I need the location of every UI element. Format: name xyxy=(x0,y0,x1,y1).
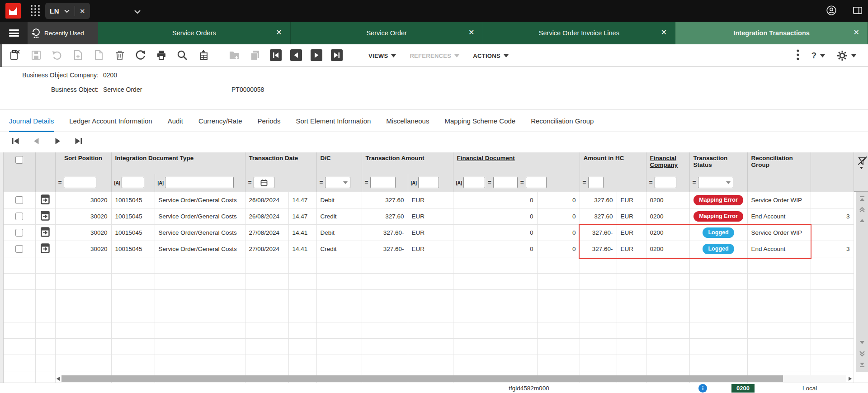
close-tab-icon[interactable]: ✕ xyxy=(854,28,859,37)
cell-doc-type-desc[interactable]: Service Order/General Costs xyxy=(155,192,245,208)
row-select-cell[interactable] xyxy=(4,224,35,241)
cell-currency[interactable]: EUR xyxy=(408,241,453,257)
column-header-dc[interactable]: D/C xyxy=(316,152,362,174)
save-icon[interactable] xyxy=(30,49,42,61)
next-page-icon[interactable] xyxy=(52,136,62,146)
column-header-transaction-date[interactable]: Transaction Date xyxy=(245,152,316,174)
filter-currency-input[interactable] xyxy=(418,177,439,188)
cell-amount[interactable]: 327.60 xyxy=(362,208,408,224)
cell-currency-hc[interactable]: EUR xyxy=(617,224,646,241)
cell-date[interactable]: 27/08/2024 xyxy=(245,224,288,241)
row-checkbox[interactable] xyxy=(15,213,23,220)
filter-findoc-series-input[interactable] xyxy=(463,177,485,188)
cell-dc[interactable]: Credit xyxy=(316,241,362,257)
cell-time[interactable]: 14.41 xyxy=(288,241,316,257)
cell-doc-type-code[interactable]: 10015045 xyxy=(111,241,155,257)
filter-operator[interactable]: = xyxy=(520,179,524,186)
filter-operator[interactable]: = xyxy=(248,179,252,186)
cell-findoc-number[interactable]: 0 xyxy=(537,241,580,257)
filter-operator[interactable]: [A] xyxy=(158,180,164,185)
row-checkbox[interactable] xyxy=(15,245,23,253)
scroll-right-icon[interactable] xyxy=(846,375,854,383)
subtab-reconciliation-group[interactable]: Reconciliation Group xyxy=(531,110,594,132)
last-record-icon[interactable] xyxy=(331,49,343,61)
close-tab-icon[interactable]: ✕ xyxy=(661,28,667,37)
scroll-top-icon[interactable] xyxy=(859,195,866,203)
delete-icon[interactable] xyxy=(114,49,126,61)
previous-page-icon[interactable] xyxy=(32,136,42,146)
cell-recon-group[interactable]: End Account xyxy=(747,241,811,257)
column-header-transaction-amount[interactable]: Transaction Amount xyxy=(362,152,453,174)
cell-extra[interactable] xyxy=(811,224,854,241)
cell-sort-position[interactable]: 30020 xyxy=(55,208,111,224)
row-select-cell[interactable] xyxy=(4,241,35,257)
cell-financial-company[interactable]: 0200 xyxy=(646,208,689,224)
row-indicator-cell[interactable] xyxy=(35,241,55,257)
cell-recon-group[interactable]: Service Order WIP xyxy=(747,192,811,208)
page-up-icon[interactable] xyxy=(859,206,866,213)
filter-amount-input[interactable] xyxy=(370,177,396,188)
settings-menu[interactable] xyxy=(837,50,856,61)
horizontal-scrollbar[interactable] xyxy=(54,375,854,383)
cell-status[interactable]: Logged xyxy=(689,241,747,257)
subtab-currency-rate[interactable]: Currency/Rate xyxy=(198,110,242,132)
cell-status[interactable]: Mapping Error xyxy=(689,208,747,224)
column-header-financial-company[interactable]: Financial Company xyxy=(646,152,689,174)
account-icon[interactable] xyxy=(826,5,837,18)
cell-findoc-series[interactable]: 0 xyxy=(453,224,537,241)
export-icon[interactable] xyxy=(198,49,209,61)
scroll-bottom-icon[interactable] xyxy=(859,361,866,368)
app-switcher-icon[interactable] xyxy=(31,5,41,17)
first-page-icon[interactable] xyxy=(11,136,21,146)
open-record-icon[interactable] xyxy=(41,243,50,253)
column-header-financial-document[interactable]: Financial Document xyxy=(453,152,580,174)
next-record-icon[interactable] xyxy=(311,49,322,61)
cell-time[interactable]: 14.47 xyxy=(288,208,316,224)
subtab-mapping-scheme-code[interactable]: Mapping Scheme Code xyxy=(444,110,515,132)
duplicate-record-icon[interactable] xyxy=(93,49,104,61)
cell-doc-type-desc[interactable]: Service Order/General Costs xyxy=(155,241,245,257)
cell-amount[interactable]: 327.60- xyxy=(362,241,408,257)
cell-amount-hc[interactable]: 327.60 xyxy=(580,192,617,208)
cell-amount[interactable]: 327.60 xyxy=(362,192,408,208)
cell-financial-company[interactable]: 0200 xyxy=(646,224,689,241)
chevron-down-icon[interactable] xyxy=(64,7,70,15)
filter-operator[interactable]: = xyxy=(58,179,62,186)
cell-findoc-series[interactable]: 0 xyxy=(453,208,537,224)
cell-currency-hc[interactable]: EUR xyxy=(617,192,646,208)
company-badge[interactable]: 0200 xyxy=(731,384,755,393)
cell-dc[interactable]: Debit xyxy=(316,192,362,208)
copy-icon[interactable] xyxy=(249,49,261,61)
filter-sort-position-input[interactable] xyxy=(64,177,96,188)
cell-doc-type-code[interactable]: 10015045 xyxy=(111,208,155,224)
line-up-icon[interactable] xyxy=(859,217,866,224)
cell-financial-company[interactable]: 0200 xyxy=(646,241,689,257)
subtab-sort-element-information[interactable]: Sort Element Information xyxy=(296,110,371,132)
row-select-cell[interactable] xyxy=(4,192,35,208)
filter-amount-hc-input[interactable] xyxy=(588,177,604,188)
column-header-reconciliation-group[interactable]: Reconciliation Group xyxy=(747,152,811,174)
filter-findoc-line-input[interactable] xyxy=(526,177,547,188)
cell-status[interactable]: Mapping Error xyxy=(689,192,747,208)
subtab-ledger-account-information[interactable]: Ledger Account Information xyxy=(69,110,152,132)
undo-icon[interactable] xyxy=(51,49,63,61)
cell-dc[interactable]: Credit xyxy=(316,208,362,224)
cell-doc-type-code[interactable]: 10015045 xyxy=(111,224,155,241)
references-menu[interactable]: REFERENCES xyxy=(410,52,459,59)
cell-recon-group[interactable]: Service Order WIP xyxy=(747,224,811,241)
filter-operator[interactable]: [A] xyxy=(456,180,462,185)
previous-record-icon[interactable] xyxy=(290,49,302,61)
cell-date[interactable]: 26/08/2024 xyxy=(245,208,288,224)
print-icon[interactable] xyxy=(156,49,167,61)
scroll-left-icon[interactable] xyxy=(54,375,61,383)
cell-currency[interactable]: EUR xyxy=(408,208,453,224)
filter-date-picker[interactable] xyxy=(254,177,274,188)
filter-financial-company-input[interactable] xyxy=(655,177,676,188)
cell-time[interactable]: 14.47 xyxy=(288,192,316,208)
open-record-icon[interactable] xyxy=(41,194,50,204)
cell-currency[interactable]: EUR xyxy=(408,192,453,208)
column-header-integration-document-type[interactable]: Integration Document Type xyxy=(111,152,245,174)
cell-extra[interactable]: 3 xyxy=(811,241,854,257)
filter-settings-icon[interactable] xyxy=(857,156,868,170)
filter-operator[interactable]: [A] xyxy=(114,180,120,185)
